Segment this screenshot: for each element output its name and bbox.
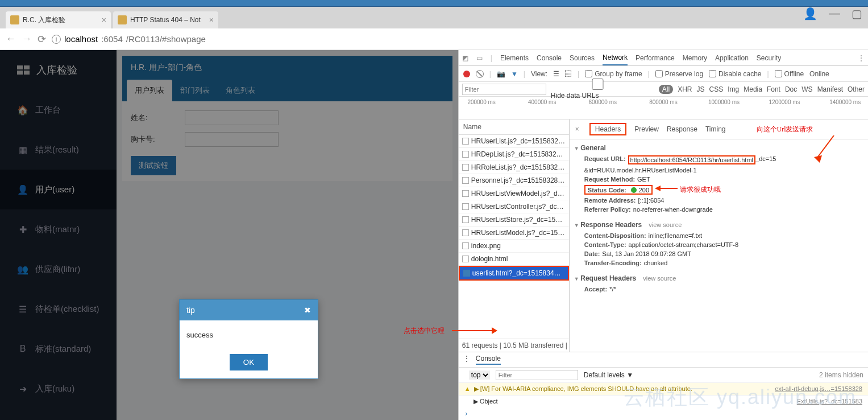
request-row[interactable]: HRUserListStore.js?_dc=151583: [459, 213, 569, 227]
request-row[interactable]: HRRoleList.js?_dc=1515832889: [459, 161, 569, 174]
modal-header[interactable]: tip ✖: [180, 300, 318, 320]
request-row[interactable]: HRUserListController.js?_dc=15: [459, 200, 569, 213]
filter-xhr[interactable]: XHR: [678, 85, 692, 93]
clear-icon[interactable]: [476, 70, 484, 78]
tab-network[interactable]: Network: [603, 53, 628, 65]
url-field[interactable]: i localhost:6054/RC0113/#showpage: [52, 34, 206, 44]
anno-url: 向这个Url发送请求: [757, 125, 813, 134]
favicon-icon: [10, 15, 19, 24]
preserve-log[interactable]: Preserve log: [655, 70, 703, 78]
timeline[interactable]: 200000 ms 400000 ms 600000 ms 800000 ms …: [459, 97, 868, 120]
forward-icon[interactable]: →: [22, 33, 32, 45]
console-drawer: ⋮ Console top Default levels ▼ 2 items h…: [459, 352, 868, 420]
filter-media[interactable]: Media: [744, 85, 762, 93]
tab-rc[interactable]: R.C. 入库检验 ×: [6, 11, 111, 28]
close-icon[interactable]: ×: [209, 15, 214, 24]
context-select[interactable]: top: [469, 370, 490, 380]
tab-security[interactable]: Security: [757, 54, 781, 62]
dtab-response[interactable]: Response: [667, 125, 697, 133]
filter-img[interactable]: Img: [728, 85, 739, 93]
arrow-icon: [814, 135, 837, 164]
tab-console[interactable]: Console: [537, 54, 562, 62]
offline[interactable]: Offline: [775, 70, 804, 78]
anno-click: 点击选中它哩: [404, 326, 445, 336]
device-icon[interactable]: ▭: [476, 54, 483, 62]
filter-all[interactable]: All: [659, 85, 673, 94]
close-icon[interactable]: ×: [575, 125, 579, 133]
disable-cache[interactable]: Disable cache: [709, 70, 761, 78]
hidden-count: 2 items hidden: [819, 371, 863, 379]
modal-title: tip: [186, 306, 195, 315]
tab-sources[interactable]: Sources: [570, 54, 595, 62]
name-header[interactable]: Name: [459, 120, 569, 135]
arrow-icon: [655, 185, 678, 192]
console-prompt[interactable]: ›: [459, 407, 868, 420]
console-filter[interactable]: [496, 370, 578, 380]
filter-other[interactable]: Other: [848, 85, 865, 93]
close-icon[interactable]: ×: [102, 15, 106, 24]
devtools-tabs: ◩ ▭ | Elements Console Sources Network P…: [459, 50, 868, 66]
record-icon[interactable]: [463, 71, 470, 77]
filter-js[interactable]: JS: [697, 85, 705, 93]
source-link[interactable]: ExtUtils.js?_dc=151583: [797, 398, 862, 405]
request-row[interactable]: HRUserListModel.js?_dc=15158: [459, 227, 569, 240]
tab-application[interactable]: Application: [715, 54, 749, 62]
warning-icon: ▲: [464, 385, 471, 393]
filter-ws[interactable]: WS: [801, 85, 812, 93]
console-tab[interactable]: Console: [476, 355, 501, 365]
tab-title: R.C. 入库检验: [23, 15, 65, 25]
dtab-timing[interactable]: Timing: [705, 125, 726, 133]
request-row[interactable]: HRUserList.js?_dc=1515832889: [459, 135, 569, 148]
filter-icon[interactable]: ▼: [511, 70, 518, 78]
svg-marker-3: [814, 155, 822, 163]
view-label: View:: [531, 70, 547, 78]
ok-button[interactable]: OK: [230, 354, 268, 370]
window-controls: 👤 — ▢: [803, 7, 862, 20]
more-icon[interactable]: ⋮: [858, 54, 865, 62]
tab-elements[interactable]: Elements: [500, 54, 529, 62]
minimize-icon[interactable]: —: [829, 7, 840, 20]
drawer-menu-icon[interactable]: ⋮: [463, 355, 470, 365]
camera-icon[interactable]: 📷: [497, 70, 505, 78]
reload-icon[interactable]: ⟳: [38, 33, 46, 46]
tab-performance[interactable]: Performance: [636, 54, 675, 62]
request-row[interactable]: dologin.html: [459, 253, 569, 266]
filter-manifest[interactable]: Manifest: [817, 85, 843, 93]
modal-tip: tip ✖ success OK: [179, 299, 318, 379]
view-detail-icon[interactable]: ⿳: [565, 70, 572, 78]
close-icon[interactable]: ✖: [304, 306, 311, 315]
response-headers[interactable]: Response Headersview source: [574, 219, 863, 231]
group-frame[interactable]: Group by frame: [585, 70, 642, 78]
request-row[interactable]: Personnel.js?_dc=15158328891: [459, 174, 569, 187]
request-row[interactable]: index.png: [459, 240, 569, 253]
request-row[interactable]: HRDepList.js?_dc=1515832889: [459, 148, 569, 161]
back-icon[interactable]: ←: [6, 33, 16, 45]
filter-css[interactable]: CSS: [709, 85, 724, 93]
dtab-headers[interactable]: Headers: [589, 123, 626, 135]
maximize-icon[interactable]: ▢: [852, 7, 862, 20]
online-select[interactable]: Online: [809, 70, 829, 78]
anno-ok: 请求很成功哦: [680, 185, 721, 195]
console-object[interactable]: ▶ Object ExtUtils.js?_dc=151583: [459, 396, 868, 407]
request-headers[interactable]: Request Headersview source: [574, 272, 863, 285]
status-dot-icon: [631, 187, 637, 193]
request-row[interactable]: HRUserListViewModel.js?_dc=1: [459, 187, 569, 200]
filter-input[interactable]: [462, 84, 546, 95]
filter-doc[interactable]: Doc: [785, 85, 797, 93]
levels-select[interactable]: Default levels ▼: [584, 371, 633, 379]
inspect-icon[interactable]: ◩: [462, 54, 468, 62]
network-toolbar: | 📷 ▼ | View: ☰ ⿳ | Group by frame | Pre…: [459, 66, 868, 82]
console-warning[interactable]: ▲ ▶ [W] For WAI-ARIA compliance, IMG ele…: [459, 383, 868, 396]
view-list-icon[interactable]: ☰: [553, 70, 559, 78]
request-row-selected[interactable]: userlist.html?_dc=15158344486: [459, 266, 569, 281]
filter-font[interactable]: Font: [767, 85, 780, 93]
devtools: ◩ ▭ | Elements Console Sources Network P…: [458, 50, 868, 420]
account-icon[interactable]: 👤: [803, 7, 817, 20]
status-bar: 61 requests | 10.5 MB transferred | …: [459, 339, 569, 352]
tab-404[interactable]: HTTP Status 404 – Not ×: [113, 11, 218, 28]
status-code: Status Code:200: [584, 185, 653, 195]
info-icon[interactable]: i: [52, 35, 61, 44]
source-link[interactable]: ext-all-rtl-debug.js…=15158328: [775, 385, 862, 393]
dtab-preview[interactable]: Preview: [634, 125, 659, 133]
tab-memory[interactable]: Memory: [683, 54, 707, 62]
